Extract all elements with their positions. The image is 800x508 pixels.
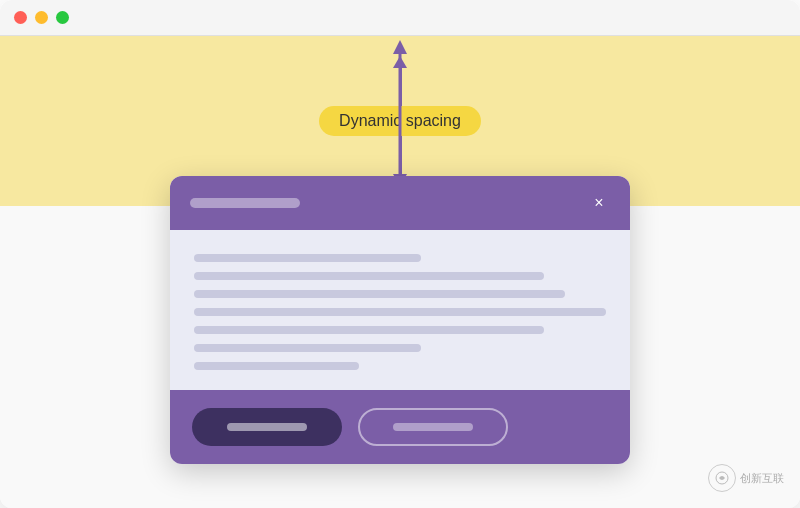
dialog-header: × — [170, 176, 630, 230]
content-line-1 — [194, 254, 421, 262]
close-button[interactable]: × — [588, 192, 610, 214]
dialog-body — [170, 230, 630, 390]
primary-button-label — [227, 423, 307, 431]
dynamic-spacing-label: Dynamic spacing — [319, 106, 481, 136]
secondary-button[interactable] — [358, 408, 508, 446]
content-line-5 — [194, 326, 544, 334]
minimize-traffic-light[interactable] — [35, 11, 48, 24]
watermark: 创新互联 — [708, 464, 784, 492]
dialog-footer — [170, 390, 630, 464]
main-content: Dynamic spacing × — [0, 36, 800, 508]
dialog-title-placeholder — [190, 198, 300, 208]
primary-button[interactable] — [192, 408, 342, 446]
dialog: × — [170, 176, 630, 464]
watermark-icon — [708, 464, 736, 492]
window: Dynamic spacing × — [0, 0, 800, 508]
title-bar — [0, 0, 800, 36]
content-line-3 — [194, 290, 565, 298]
close-traffic-light[interactable] — [14, 11, 27, 24]
content-line-7 — [194, 362, 359, 370]
content-line-6 — [194, 344, 421, 352]
secondary-button-label — [393, 423, 473, 431]
maximize-traffic-light[interactable] — [56, 11, 69, 24]
watermark-text: 创新互联 — [740, 471, 784, 486]
content-line-2 — [194, 272, 544, 280]
content-line-4 — [194, 308, 606, 316]
